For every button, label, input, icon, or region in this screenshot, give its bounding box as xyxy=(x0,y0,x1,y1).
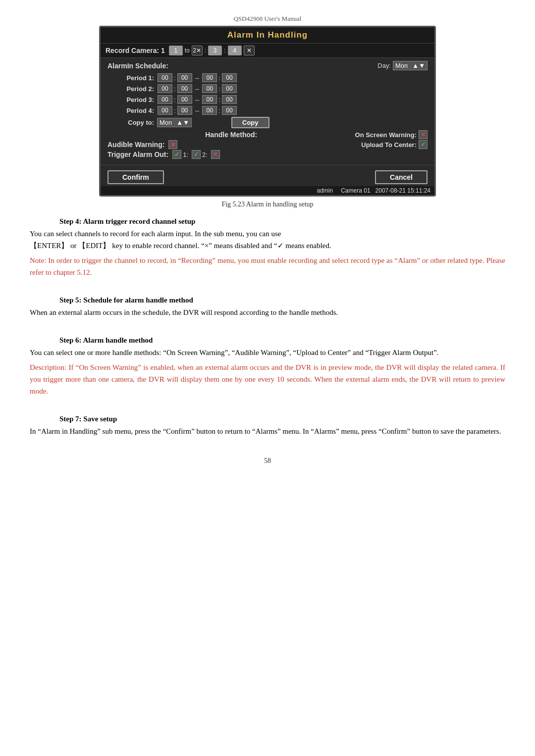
fig-caption: Fig 5.23 Alarm in handling setup xyxy=(30,201,505,208)
period-4-label: Period 4: xyxy=(107,107,157,114)
period-2-end-m[interactable]: 00 xyxy=(222,84,237,93)
step7-heading: Step 7: Save setup xyxy=(59,415,505,423)
trigger-end-checkbox[interactable]: ✕ xyxy=(211,150,220,159)
step7-body: In “Alarm in Handling” sub menu, press t… xyxy=(30,425,505,437)
camera-status: Camera 01 xyxy=(341,187,370,194)
cam-btn-1[interactable]: 1 xyxy=(169,46,183,55)
step5-heading: Step 5: Schedule for alarm handle method xyxy=(59,296,505,304)
copy-to-label: Copy to: xyxy=(107,119,157,126)
period-2-label: Period 2: xyxy=(107,85,157,93)
trigger-2-label: 2: xyxy=(202,151,208,158)
confirm-button[interactable]: Confirm xyxy=(107,170,164,184)
dvr-screen: Alarm In Handling Record Camera: 1 1 to … xyxy=(99,26,436,197)
cancel-button[interactable]: Cancel xyxy=(375,170,428,184)
period-4-end-h[interactable]: 00 xyxy=(202,106,217,115)
schedule-header: AlarmIn Schedule: Day: Mon ▲▼ xyxy=(107,61,428,70)
copy-to-select[interactable]: Mon ▲▼ xyxy=(157,118,192,127)
period-4-end-m[interactable]: 00 xyxy=(222,106,237,115)
period-row-3: Period 3: 00 : 00 -- 00 : 00 xyxy=(107,95,428,104)
status-bar: admin Camera 01 2007-08-21 15:11:24 xyxy=(101,186,434,195)
step4-heading: Step 4: Alarm trigger record channel set… xyxy=(59,217,505,226)
day-label: Day: xyxy=(377,62,391,69)
page-number: 58 xyxy=(30,457,505,465)
step6-body: You can select one or more handle method… xyxy=(30,347,505,358)
copy-button[interactable]: Copy xyxy=(231,117,269,128)
upload-label: Upload To Center: xyxy=(361,141,417,149)
audible-row: Audible Warning: ✕ Upload To Center: ✓ xyxy=(107,140,428,149)
schedule-area: AlarmIn Schedule: Day: Mon ▲▼ Period 1: … xyxy=(101,58,434,165)
period-3-start-m[interactable]: 00 xyxy=(177,95,192,104)
step6-heading: Step 6: Alarm handle method xyxy=(59,336,505,345)
period-1-end-h[interactable]: 00 xyxy=(202,73,217,82)
step5-body: When an external alarm occurs in the sch… xyxy=(30,306,505,318)
period-3-end-h[interactable]: 00 xyxy=(202,95,217,104)
period-4-start-m[interactable]: 00 xyxy=(177,106,192,115)
period-2-start-h[interactable]: 00 xyxy=(158,84,172,93)
cam-btn-4[interactable]: 4 xyxy=(228,46,242,55)
period-1-start-h[interactable]: 00 xyxy=(158,73,172,82)
bottom-actions: Confirm Cancel xyxy=(101,165,434,186)
camera-label: Record Camera: 1 xyxy=(106,47,165,54)
trigger-row: Trigger Alarm Out: ✓ 1: ✓ 2: ✕ xyxy=(107,150,428,159)
audible-checkbox[interactable]: ✕ xyxy=(168,140,177,149)
period-row-1: Period 1: 00 : 00 -- 00 : 00 xyxy=(107,73,428,82)
trigger-1-label: 1: xyxy=(183,151,188,158)
period-row-2: Period 2: 00 : 00 -- 00 : 00 xyxy=(107,84,428,93)
upload-checkbox[interactable]: ✓ xyxy=(419,140,428,149)
period-3-start-h[interactable]: 00 xyxy=(158,95,172,104)
cam-btn-2x[interactable]: 2✕ xyxy=(192,46,203,55)
trigger-1-checkbox[interactable]: ✓ xyxy=(172,150,181,159)
period-1-label: Period 1: xyxy=(107,74,157,82)
schedule-label: AlarmIn Schedule: xyxy=(107,62,377,70)
trigger-2-checkbox[interactable]: ✓ xyxy=(192,150,201,159)
cancel-area: Cancel xyxy=(375,170,428,184)
period-3-label: Period 3: xyxy=(107,96,157,103)
cam-sep-to: to xyxy=(185,47,190,54)
handle-row: Handle Method: On Screen Warning: ✕ xyxy=(107,130,428,139)
audible-label: Audible Warning: ✕ xyxy=(107,140,361,149)
period-row-4: Period 4: 00 : 00 -- 00 : 00 xyxy=(107,106,428,115)
period-1-end-m[interactable]: 00 xyxy=(222,73,237,82)
admin-label: admin xyxy=(317,187,333,194)
step4-note: Note: In order to trigger the channel to… xyxy=(30,254,505,278)
doc-title: QSD42908 User's Manual xyxy=(30,15,505,23)
on-screen-label: On Screen Warning: xyxy=(355,131,417,139)
period-3-end-m[interactable]: 00 xyxy=(222,95,237,104)
step4-body: You can select channels to record for ea… xyxy=(30,228,505,252)
period-4-start-h[interactable]: 00 xyxy=(158,106,172,115)
section-step6: Step 6: Alarm handle method You can sele… xyxy=(30,336,505,397)
datetime-status: 2007-08-21 15:11:24 xyxy=(375,187,430,194)
day-select[interactable]: Mon ▲▼ xyxy=(393,61,428,70)
handle-label: Handle Method: xyxy=(107,131,355,139)
trigger-label: Trigger Alarm Out: xyxy=(107,151,168,158)
period-2-start-m[interactable]: 00 xyxy=(177,84,192,93)
cam-sep-colon2: : xyxy=(224,47,225,54)
period-2-end-h[interactable]: 00 xyxy=(202,84,217,93)
section-step4: Step 4: Alarm trigger record channel set… xyxy=(30,217,505,278)
screen-title: Alarm In Handling xyxy=(101,27,434,43)
section-step7: Step 7: Save setup In “Alarm in Handling… xyxy=(30,415,505,437)
copy-row: Copy to: Mon ▲▼ Copy xyxy=(107,117,428,128)
section-step5: Step 5: Schedule for alarm handle method… xyxy=(30,296,505,318)
camera-row: Record Camera: 1 1 to 2✕ : 3 : 4 ✕ xyxy=(101,43,434,58)
cam-btn-3[interactable]: 3 xyxy=(208,46,222,55)
period-1-start-m[interactable]: 00 xyxy=(177,73,192,82)
key1: 【ENTER】 xyxy=(30,242,68,250)
on-screen-checkbox[interactable]: ✕ xyxy=(419,130,428,139)
step6-desc: Description: If “On Screen Warning” is e… xyxy=(30,361,505,397)
cam-btn-4x[interactable]: ✕ xyxy=(244,46,255,55)
key2: 【EDIT】 xyxy=(78,242,110,250)
cam-sep-colon1: : xyxy=(205,47,206,54)
